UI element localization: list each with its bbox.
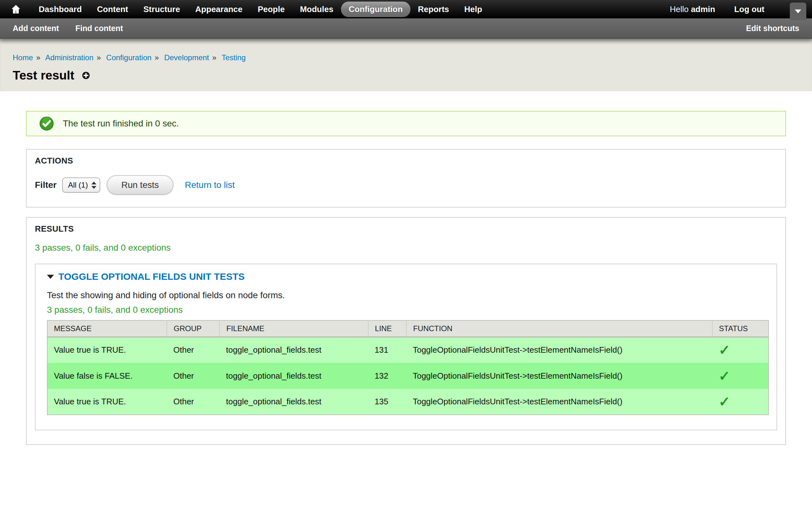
status-ok-icon bbox=[39, 116, 54, 131]
admin-toolbar: Dashboard Content Structure Appearance P… bbox=[0, 0, 812, 18]
filter-label: Filter bbox=[35, 180, 56, 190]
cell-message: Value true is TRUE. bbox=[47, 337, 167, 363]
breadcrumb-separator: » bbox=[155, 53, 159, 62]
cell-group: Other bbox=[167, 363, 219, 389]
column-header-message: MESSAGE bbox=[47, 320, 167, 337]
breadcrumb-development[interactable]: Development bbox=[164, 53, 209, 62]
results-summary: 3 passes, 0 fails, and 0 exceptions bbox=[35, 243, 777, 253]
toolbar-menu: Dashboard Content Structure Appearance P… bbox=[31, 2, 490, 17]
toolbar-item-content[interactable]: Content bbox=[90, 2, 136, 17]
cell-message: Value false is FALSE. bbox=[47, 363, 167, 389]
filter-select[interactable]: All (1) bbox=[62, 177, 100, 193]
table-row: Value true is TRUE. Other toggle_optiona… bbox=[47, 337, 768, 363]
toolbar-item-help[interactable]: Help bbox=[457, 2, 490, 17]
breadcrumb-administration[interactable]: Administration bbox=[45, 53, 94, 62]
breadcrumb-home[interactable]: Home bbox=[13, 53, 33, 62]
cell-filename: toggle_optional_fields.test bbox=[219, 363, 368, 389]
cell-group: Other bbox=[167, 389, 219, 415]
logout-link[interactable]: Log out bbox=[734, 4, 764, 14]
breadcrumb-testing[interactable]: Testing bbox=[222, 53, 246, 62]
cell-status bbox=[712, 337, 768, 363]
breadcrumb: Home» Administration» Configuration» Dev… bbox=[13, 53, 799, 62]
results-table-header: MESSAGE GROUP FILENAME LINE FUNCTION STA… bbox=[47, 320, 768, 337]
main-content: The test run finished in 0 sec. ACTIONS … bbox=[0, 111, 812, 445]
cell-line: 132 bbox=[368, 363, 407, 389]
breadcrumb-configuration[interactable]: Configuration bbox=[106, 53, 152, 62]
breadcrumb-separator: » bbox=[97, 53, 101, 62]
return-to-list-link[interactable]: Return to list bbox=[185, 180, 235, 190]
results-fieldset: RESULTS 3 passes, 0 fails, and 0 excepti… bbox=[26, 217, 786, 445]
shortcut-add-content[interactable]: Add content bbox=[13, 24, 59, 33]
test-group-title-link[interactable]: TOGGLE OPTIONAL FIELDS UNIT TESTS bbox=[58, 271, 245, 282]
filter-select-value: All (1) bbox=[68, 181, 88, 189]
test-group-fieldset: TOGGLE OPTIONAL FIELDS UNIT TESTS Test t… bbox=[35, 264, 777, 430]
cell-filename: toggle_optional_fields.test bbox=[219, 337, 368, 363]
actions-row: Filter All (1) Run tests Return to list bbox=[35, 175, 777, 195]
column-header-status: STATUS bbox=[712, 320, 768, 337]
table-row: Value true is TRUE. Other toggle_optiona… bbox=[47, 389, 768, 415]
toolbar-item-structure[interactable]: Structure bbox=[136, 2, 188, 17]
toolbar-account-area: Hello admin Log out bbox=[670, 4, 764, 14]
toolbar-item-modules[interactable]: Modules bbox=[293, 2, 341, 17]
results-legend: RESULTS bbox=[35, 224, 777, 234]
results-table: MESSAGE GROUP FILENAME LINE FUNCTION STA… bbox=[47, 320, 769, 415]
cell-line: 131 bbox=[368, 337, 407, 363]
column-header-function: FUNCTION bbox=[406, 320, 712, 337]
page-header: Home» Administration» Configuration» Dev… bbox=[0, 39, 812, 91]
toolbar-item-configuration[interactable]: Configuration bbox=[341, 2, 410, 17]
select-stepper-icon bbox=[91, 181, 96, 189]
cell-message: Value true is TRUE. bbox=[47, 389, 167, 415]
cell-group: Other bbox=[167, 337, 219, 363]
test-group-description: Test the showing and hiding of optional … bbox=[47, 290, 769, 300]
toolbar-toggle-button[interactable] bbox=[790, 3, 806, 20]
gear-icon[interactable] bbox=[81, 71, 91, 80]
chevron-down-icon bbox=[795, 9, 801, 13]
edit-shortcuts-link[interactable]: Edit shortcuts bbox=[746, 24, 799, 33]
table-row: Value false is FALSE. Other toggle_optio… bbox=[47, 363, 768, 389]
pass-check-icon bbox=[719, 373, 730, 383]
cell-function: ToggleOptionalFieldsUnitTest->testElemen… bbox=[406, 337, 712, 363]
cell-status bbox=[712, 389, 768, 415]
page-title: Test result bbox=[13, 68, 74, 82]
cell-filename: toggle_optional_fields.test bbox=[219, 389, 368, 415]
cell-status bbox=[712, 363, 768, 389]
toolbar-item-appearance[interactable]: Appearance bbox=[188, 2, 250, 17]
breadcrumb-separator: » bbox=[212, 53, 216, 62]
cell-function: ToggleOptionalFieldsUnitTest->testElemen… bbox=[406, 363, 712, 389]
shortcut-find-content[interactable]: Find content bbox=[75, 24, 123, 33]
column-header-group: GROUP bbox=[167, 320, 219, 337]
column-header-filename: FILENAME bbox=[219, 320, 368, 337]
status-message-text: The test run finished in 0 sec. bbox=[63, 118, 179, 129]
collapse-arrow-icon bbox=[47, 275, 54, 279]
test-group-toggle[interactable]: TOGGLE OPTIONAL FIELDS UNIT TESTS bbox=[47, 271, 769, 282]
breadcrumb-separator: » bbox=[36, 53, 40, 62]
actions-fieldset: ACTIONS Filter All (1) Run tests Return … bbox=[26, 149, 786, 208]
shortcut-bar: Add content Find content Edit shortcuts bbox=[0, 18, 812, 39]
column-header-line: LINE bbox=[368, 320, 407, 337]
cell-function: ToggleOptionalFieldsUnitTest->testElemen… bbox=[406, 389, 712, 415]
toolbar-item-dashboard[interactable]: Dashboard bbox=[31, 2, 90, 17]
cell-line: 135 bbox=[368, 389, 407, 415]
status-message: The test run finished in 0 sec. bbox=[26, 111, 786, 136]
toolbar-item-reports[interactable]: Reports bbox=[410, 2, 457, 17]
toolbar-item-people[interactable]: People bbox=[250, 2, 292, 17]
pass-check-icon bbox=[719, 347, 730, 357]
pass-check-icon bbox=[719, 399, 730, 408]
actions-legend: ACTIONS bbox=[35, 156, 777, 166]
run-tests-button[interactable]: Run tests bbox=[107, 175, 173, 195]
home-icon[interactable] bbox=[6, 4, 26, 14]
test-group-summary: 3 passes, 0 fails, and 0 exceptions bbox=[47, 305, 769, 315]
greeting-text: Hello admin bbox=[670, 4, 715, 14]
